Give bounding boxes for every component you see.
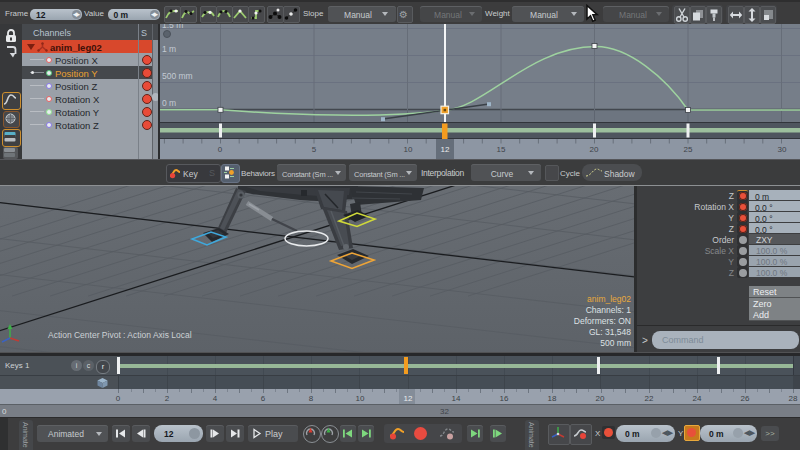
svg-text:Play: Play (265, 429, 283, 439)
